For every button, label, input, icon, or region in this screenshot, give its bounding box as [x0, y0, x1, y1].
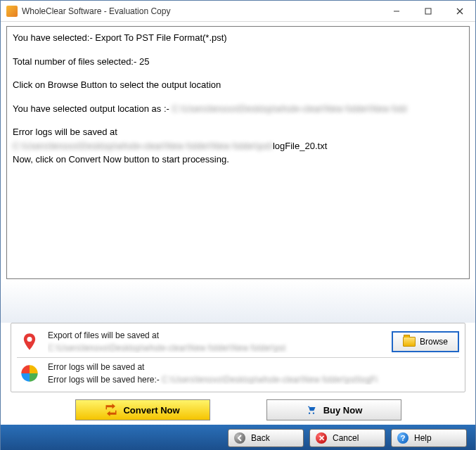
window-controls	[380, 1, 475, 21]
browse-button[interactable]: Browse	[392, 331, 459, 352]
back-label: Back	[251, 433, 270, 443]
minimize-icon	[393, 8, 400, 15]
convert-now-button[interactable]: Convert Now	[75, 399, 210, 420]
pie-icon	[20, 364, 39, 383]
log-panel: You have selected:- Export To PST File F…	[6, 26, 470, 279]
titlebar: WholeClear Software - Evaluation Copy	[1, 1, 475, 22]
action-row: Convert Now Buy Now	[1, 399, 475, 420]
bottom-bar: Back ✕ Cancel ? Help	[1, 425, 475, 450]
app-icon	[6, 6, 18, 17]
svg-rect-1	[425, 8, 431, 14]
export-row: Export of files will be saved at C:\User…	[17, 328, 459, 356]
window-title: WholeClear Software - Evaluation Copy	[22, 6, 170, 16]
buy-label: Buy Now	[323, 405, 363, 416]
log-line: You have selected:- Export To PST File F…	[13, 31, 463, 45]
cancel-button[interactable]: ✕ Cancel	[309, 429, 385, 447]
log-line: Error logs will be saved at	[13, 125, 463, 139]
log-line: C:\Users\lenovo\Desktop\whole-clear\New …	[13, 139, 463, 153]
export-path: C:\Users\lenovo\Desktop\whole-clear\New …	[48, 343, 285, 353]
location-pin-icon	[20, 332, 39, 352]
close-icon	[456, 8, 463, 15]
convert-icon	[105, 404, 117, 416]
folder-icon	[403, 337, 416, 347]
cancel-icon: ✕	[316, 432, 327, 444]
cart-icon	[305, 405, 318, 415]
minimize-button[interactable]	[380, 1, 412, 21]
close-button[interactable]	[444, 1, 475, 21]
maximize-button[interactable]	[412, 1, 444, 21]
help-label: Help	[414, 433, 432, 443]
log-line: Click on Browse Button to select the out…	[13, 78, 463, 92]
convert-label: Convert Now	[123, 405, 179, 416]
back-button[interactable]: Back	[228, 429, 304, 447]
log-line: Total number of files selected:- 25	[13, 55, 463, 69]
help-icon: ?	[397, 432, 409, 444]
cancel-label: Cancel	[333, 433, 359, 443]
export-label: Export of files will be saved at	[48, 330, 392, 340]
separator	[17, 357, 459, 358]
app-window: WholeClear Software - Evaluation Copy Yo…	[0, 0, 476, 450]
back-icon	[234, 432, 245, 444]
spacer-gradient	[1, 281, 475, 323]
client-area: You have selected:- Export To PST File F…	[1, 22, 475, 450]
export-text: Export of files will be saved at C:\User…	[48, 330, 392, 353]
error-label: Error logs will be saved at	[48, 362, 459, 372]
error-text: Error logs will be saved at Error logs w…	[48, 362, 459, 385]
log-line: You have selected output location as :- …	[13, 102, 463, 116]
log-line: Now, click on Convert Now button to star…	[13, 153, 463, 167]
error-row: Error logs will be saved at Error logs w…	[17, 359, 459, 387]
maximize-icon	[425, 8, 432, 15]
svg-point-4	[27, 337, 32, 342]
browse-label: Browse	[420, 337, 448, 347]
buy-now-button[interactable]: Buy Now	[266, 399, 401, 420]
output-panel: Export of files will be saved at C:\User…	[11, 323, 465, 392]
help-button[interactable]: ? Help	[391, 429, 467, 447]
